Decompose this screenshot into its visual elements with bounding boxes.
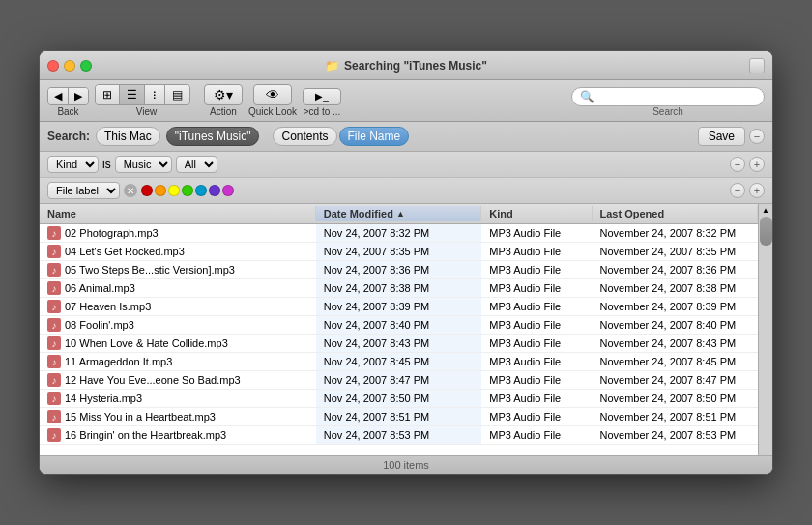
close-button[interactable] [47, 60, 59, 72]
minimize-button[interactable] [64, 60, 75, 72]
search-scope-bar: Search: This Mac "iTunes Music" Contents… [40, 122, 772, 152]
file-last-cell: November 24, 2007 8:53 PM [593, 426, 758, 444]
date-header[interactable]: Date Modified ▲ [316, 206, 481, 221]
clear-filter-button[interactable]: ✕ [124, 184, 137, 197]
file-last-cell: November 24, 2007 8:39 PM [593, 298, 758, 315]
column-view-btn[interactable]: ⫶ [145, 85, 165, 104]
table-row[interactable]: ♪ 02 Photograph.mp3 Nov 24, 2007 8:32 PM… [40, 224, 758, 243]
file-last-cell: November 24, 2007 8:40 PM [593, 316, 758, 334]
scrollbar-thumb[interactable] [760, 217, 772, 246]
file-rows: ♪ 02 Photograph.mp3 Nov 24, 2007 8:32 PM… [40, 224, 758, 445]
color-purple[interactable] [209, 185, 220, 196]
cdto-label: >cd to ... [304, 106, 341, 117]
itunes-music-button[interactable]: "iTunes Music" [166, 127, 260, 146]
kind-header[interactable]: Kind [481, 206, 592, 221]
maximize-button[interactable] [80, 60, 92, 72]
color-red[interactable] [141, 185, 153, 196]
table-row[interactable]: ♪ 10 When Love & Hate Collide.mp3 Nov 24… [40, 335, 758, 353]
file-date-cell: Nov 24, 2007 8:50 PM [316, 390, 481, 407]
table-row[interactable]: ♪ 12 Have You Eve...eone So Bad.mp3 Nov … [40, 371, 758, 390]
quicklook-button[interactable]: 👁 [253, 84, 292, 105]
mp3-icon: ♪ [47, 263, 61, 277]
color-blue[interactable] [195, 185, 207, 196]
filter2-plus-button[interactable]: + [749, 183, 765, 198]
list-view-btn[interactable]: ☰ [120, 85, 145, 104]
back-button[interactable]: ◀ [48, 88, 69, 104]
music-select[interactable]: Music [115, 156, 172, 173]
table-row[interactable]: ♪ 16 Bringin' on the Heartbreak.mp3 Nov … [40, 426, 758, 445]
file-last-cell: November 24, 2007 8:50 PM [593, 390, 758, 407]
file-last-cell: November 24, 2007 8:35 PM [593, 243, 758, 260]
file-label-select[interactable]: File label [47, 182, 120, 199]
file-kind-cell: MP3 Audio File [481, 335, 592, 352]
window-title: 📁 Searching "iTunes Music" [325, 59, 487, 73]
file-last-cell: November 24, 2007 8:51 PM [593, 408, 758, 425]
file-date-cell: Nov 24, 2007 8:51 PM [316, 408, 481, 425]
file-list[interactable]: Name Date Modified ▲ Kind Last Opened ♪ … [40, 204, 758, 455]
mp3-icon: ♪ [47, 373, 61, 387]
file-last-cell: November 24, 2007 8:38 PM [593, 279, 758, 297]
sort-arrow-icon: ▲ [396, 209, 405, 219]
resize-button[interactable] [749, 58, 765, 73]
scrollbar[interactable]: ▲ [758, 204, 772, 455]
table-row[interactable]: ♪ 11 Armageddon It.mp3 Nov 24, 2007 8:45… [40, 353, 758, 371]
cdto-button[interactable]: ▶_ [303, 88, 341, 105]
filter2-minus-button[interactable]: − [730, 183, 745, 198]
coverflow-view-btn[interactable]: ▤ [165, 85, 189, 104]
cdto-button-item: ▶_ >cd to ... [303, 88, 341, 117]
save-button[interactable]: Save [698, 127, 745, 146]
search-label: Search [652, 106, 683, 117]
nav-arrows: ◀ ▶ [47, 87, 89, 105]
filter-minus-button[interactable]: − [730, 157, 745, 172]
table-row[interactable]: ♪ 04 Let's Get Rocked.mp3 Nov 24, 2007 8… [40, 243, 758, 261]
color-orange[interactable] [155, 185, 166, 196]
search-area: 🔍 Search [571, 87, 765, 117]
file-date-cell: Nov 24, 2007 8:36 PM [316, 261, 481, 278]
all-select[interactable]: All [176, 156, 218, 173]
kind-select[interactable]: Kind [47, 156, 99, 173]
filename-pill[interactable]: File Name [339, 127, 410, 146]
view-group: ⊞ ☰ ⫶ ▤ [95, 84, 190, 105]
eye-icon: 👁 [266, 88, 279, 102]
table-row[interactable]: ♪ 06 Animal.mp3 Nov 24, 2007 8:38 PM MP3… [40, 279, 758, 298]
forward-button[interactable]: ▶ [69, 88, 88, 104]
scroll-up-button[interactable]: ▲ [762, 206, 769, 215]
minus-button[interactable]: − [749, 129, 765, 144]
mp3-icon: ♪ [47, 245, 61, 258]
finder-window: 📁 Searching "iTunes Music" ◀ ▶ Back ⊞ ☰ … [39, 50, 773, 475]
mp3-icon: ♪ [47, 428, 61, 442]
titlebar: 📁 Searching "iTunes Music" [40, 51, 772, 80]
action-button[interactable]: ⚙▾ [204, 84, 243, 105]
nav-buttons: ◀ ▶ Back [47, 87, 89, 117]
file-name-cell: ♪ 06 Animal.mp3 [40, 279, 316, 297]
table-row[interactable]: ♪ 15 Miss You in a Heartbeat.mp3 Nov 24,… [40, 408, 758, 426]
table-row[interactable]: ♪ 14 Hysteria.mp3 Nov 24, 2007 8:50 PM M… [40, 390, 758, 408]
contents-pill[interactable]: Contents [273, 127, 336, 146]
this-mac-button[interactable]: This Mac [96, 127, 160, 146]
filter-plus-button[interactable]: + [749, 157, 765, 172]
table-row[interactable]: ♪ 05 Two Steps Be...stic Version].mp3 No… [40, 261, 758, 279]
icon-view-btn[interactable]: ⊞ [96, 85, 120, 104]
search-box[interactable]: 🔍 [571, 87, 765, 106]
file-kind-cell: MP3 Audio File [481, 371, 592, 389]
last-opened-header[interactable]: Last Opened [593, 206, 758, 221]
file-kind-cell: MP3 Audio File [481, 224, 592, 242]
table-row[interactable]: ♪ 08 Foolin'.mp3 Nov 24, 2007 8:40 PM MP… [40, 316, 758, 335]
view-buttons: ⊞ ☰ ⫶ ▤ View [95, 84, 198, 117]
file-date-cell: Nov 24, 2007 8:40 PM [316, 316, 481, 334]
color-pink[interactable] [222, 185, 234, 196]
color-green[interactable] [182, 185, 193, 196]
file-name-cell: ♪ 05 Two Steps Be...stic Version].mp3 [40, 261, 316, 278]
file-name-cell: ♪ 08 Foolin'.mp3 [40, 316, 316, 334]
color-yellow[interactable] [168, 185, 180, 196]
file-date-cell: Nov 24, 2007 8:39 PM [316, 298, 481, 315]
file-last-cell: November 24, 2007 8:47 PM [593, 371, 758, 389]
action-button-item: ⚙▾ Action [204, 84, 243, 117]
file-name-cell: ♪ 11 Armageddon It.mp3 [40, 353, 316, 370]
name-header[interactable]: Name [40, 206, 316, 221]
file-kind-cell: MP3 Audio File [481, 261, 592, 278]
mp3-icon: ♪ [47, 318, 61, 332]
file-last-cell: November 24, 2007 8:36 PM [593, 261, 758, 278]
search-input[interactable] [598, 90, 756, 103]
table-row[interactable]: ♪ 07 Heaven Is.mp3 Nov 24, 2007 8:39 PM … [40, 298, 758, 316]
